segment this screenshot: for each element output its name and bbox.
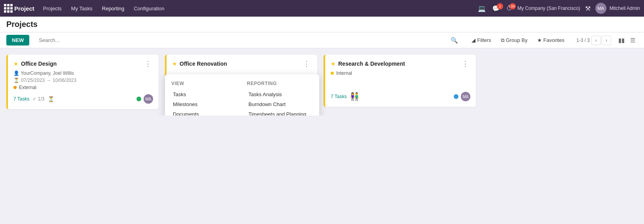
dropdown-sections: View Tasks Milestones Documents Planning… (171, 81, 313, 116)
footer-icons: MA (454, 92, 470, 101)
status-label: External (19, 85, 36, 90)
clock-badge: 39 (510, 3, 516, 9)
card-title: Office Renovation (180, 61, 227, 67)
filter-controls: ◢ Filters ⧉ Group By ★ Favorites 1-3 / 3… (468, 36, 638, 45)
card-menu-button[interactable]: ⋮ (143, 60, 153, 67)
dropdown-milestones[interactable]: Milestones (171, 99, 237, 109)
tasks-count[interactable]: 7 Tasks (13, 96, 29, 102)
card-title: Office Design (21, 61, 57, 67)
group-by-button[interactable]: ⧉ Group By (497, 36, 532, 45)
card-date: ⏳ 07/25/2023 → 10/06/2023 (13, 78, 153, 83)
card-footer: 7 Tasks 👫 MA (331, 92, 470, 101)
star-icon[interactable]: ★ (13, 61, 19, 67)
apps-icon[interactable] (4, 4, 13, 13)
dropdown-reporting-col: Reporting Tasks Analysis Burndown Chart … (247, 81, 313, 116)
favorites-button[interactable]: ★ Favorites (533, 36, 568, 45)
date-end: 10/06/2023 (53, 78, 76, 83)
pagination-arrows: ‹ › (591, 36, 611, 45)
card-title-row: ★ Office Design (13, 61, 57, 67)
favorites-label: Favorites (544, 37, 564, 43)
group-by-label: Group By (506, 37, 528, 43)
checkmark-icon: ✓ 1/3 (32, 96, 44, 102)
dropdown-burndown-chart[interactable]: Burndown Chart (247, 99, 313, 109)
user-name[interactable]: Mitchell Admin (610, 6, 640, 11)
footer-icons: MA (136, 94, 153, 104)
chat-icon[interactable]: 💬 1 (491, 5, 502, 12)
reporting-section-title: Reporting (247, 81, 313, 86)
dropdown-tasks[interactable]: Tasks (171, 89, 237, 99)
date-start: 07/25/2023 (21, 78, 45, 83)
arrow-icon: → (46, 78, 51, 83)
nav-configuration[interactable]: Configuration (130, 0, 168, 17)
status-dot (331, 72, 334, 75)
search-input[interactable] (39, 37, 451, 43)
filters-label: Filters (477, 37, 491, 43)
page-title: Projects (6, 20, 38, 29)
kanban-view-button[interactable]: ▮▮ (616, 36, 627, 45)
toolbar: NEW 🔍 ◢ Filters ⧉ Group By ★ Favorites 1… (0, 32, 644, 48)
tasks-count[interactable]: 7 Tasks (331, 94, 347, 99)
star-icon[interactable]: ★ (172, 61, 177, 67)
clock-icon: ⏳ (13, 78, 19, 83)
card-title-row: ★ Office Renovation (172, 61, 227, 67)
list-view-button[interactable]: ☰ (628, 36, 638, 45)
project-card-research: ★ Research & Development ⋮ Internal 7 Ta… (324, 55, 476, 107)
nav-reporting[interactable]: Reporting (98, 0, 128, 17)
dropdown-documents[interactable]: Documents (171, 109, 237, 116)
pagination-info: 1-3 / 3 (576, 38, 590, 43)
timer-icon: ⏳ (48, 96, 54, 102)
filters-button[interactable]: ◢ Filters (468, 36, 495, 45)
card-company: 👤 YourCompany, Joel Willis (13, 70, 153, 76)
team-icon: 👫 (350, 92, 360, 101)
app-name: Project (14, 5, 34, 12)
card-header: ★ Office Design ⋮ (13, 60, 153, 67)
dropdown-tasks-analysis[interactable]: Tasks Analysis (247, 89, 313, 99)
search-icon[interactable]: 🔍 (451, 37, 458, 44)
dropdown-view-col: View Tasks Milestones Documents Planning… (171, 81, 237, 116)
prev-page-button[interactable]: ‹ (591, 36, 601, 45)
new-button[interactable]: NEW (6, 35, 29, 46)
card-menu-button[interactable]: ⋮ (460, 60, 470, 67)
card-title-row: ★ Research & Development (331, 61, 405, 67)
card-header: ★ Research & Development ⋮ (331, 60, 470, 67)
navbar: Project Projects My Tasks Reporting Conf… (0, 0, 644, 17)
view-section-title: View (171, 81, 237, 86)
user-avatar-small: MA (461, 92, 470, 101)
nav-projects[interactable]: Projects (39, 0, 66, 17)
navbar-right: 💻 💬 1 ⏱ 39 My Company (San Francisco) ⚒ … (476, 3, 640, 14)
star-icon[interactable]: ★ (331, 61, 336, 67)
user-avatar-small: MA (144, 94, 153, 104)
card-header: ★ Office Renovation ⋮ (172, 60, 312, 67)
view-toggle: ▮▮ ☰ (616, 36, 638, 45)
dropdown-timesheets[interactable]: Timesheets and Planning Analysis (247, 109, 313, 116)
project-card-office-design: ★ Office Design ⋮ 👤 YourCompany, Joel Wi… (6, 55, 159, 109)
project-dropdown-menu: View Tasks Milestones Documents Planning… (165, 74, 319, 116)
person-icon: 👤 (13, 70, 19, 76)
status-label: Internal (336, 70, 352, 76)
clock-icon[interactable]: ⏱ 39 (505, 5, 514, 12)
nav-my-tasks[interactable]: My Tasks (67, 0, 97, 17)
filter-icon: ◢ (472, 37, 475, 43)
company-name[interactable]: My Company (San Francisco) (517, 6, 580, 11)
star-icon: ★ (537, 37, 542, 43)
status-dot (13, 86, 17, 89)
card-title: Research & Development (338, 61, 405, 67)
sub-header: Projects (0, 17, 644, 32)
chat-badge: 1 (497, 3, 503, 9)
company-label: YourCompany, Joel Willis (21, 70, 74, 76)
status-circle-blue[interactable] (454, 94, 458, 99)
user-avatar[interactable]: MA (595, 3, 606, 14)
search-bar: 🔍 (39, 37, 458, 44)
tools-icon[interactable]: ⚒ (583, 5, 592, 12)
card-menu-button[interactable]: ⋮ (301, 60, 312, 67)
project-card-wrapper-renovation: ★ Office Renovation ⋮ View Tasks Milesto… (165, 55, 317, 102)
card-footer: 7 Tasks ✓ 1/3 ⏳ MA (13, 94, 153, 104)
next-page-button[interactable]: › (602, 36, 611, 45)
status-circle-green[interactable] (136, 97, 141, 101)
main-content: ★ Office Design ⋮ 👤 YourCompany, Joel Wi… (0, 48, 644, 116)
group-by-icon: ⧉ (501, 37, 504, 44)
support-icon[interactable]: 💻 (476, 5, 487, 12)
app-brand[interactable]: Project (14, 5, 34, 12)
